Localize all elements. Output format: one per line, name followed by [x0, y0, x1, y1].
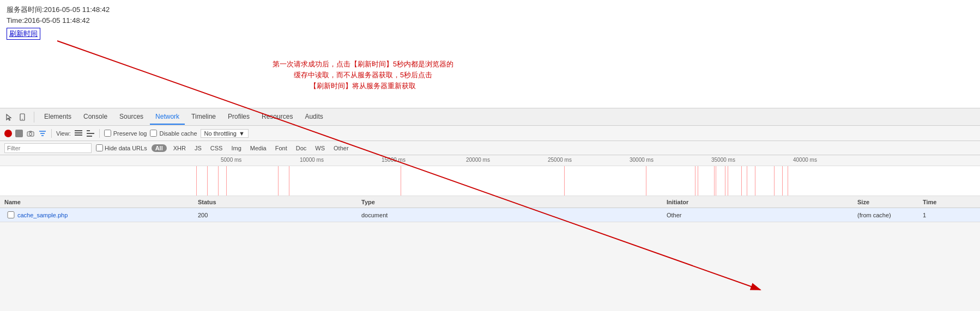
waterfall-line: [747, 166, 747, 196]
throttle-label: No throttling: [204, 130, 237, 137]
filter-input[interactable]: [4, 143, 92, 153]
ruler-label-5000: 5000 ms: [221, 157, 241, 163]
waterfall-line: [725, 166, 725, 196]
waterfall-line: [646, 166, 646, 196]
cursor-icon[interactable]: [4, 112, 14, 122]
waterfall-line: [774, 166, 775, 196]
disable-cache-checkbox[interactable]: [150, 130, 157, 137]
hide-data-urls-checkbox[interactable]: [96, 144, 103, 151]
waterfall-lines-container: [193, 166, 980, 196]
refresh-time-button[interactable]: 刷新时间: [7, 28, 40, 40]
tree-view-icon[interactable]: [86, 129, 95, 138]
filter-css[interactable]: CSS: [208, 144, 225, 152]
filter-other[interactable]: Other: [331, 144, 351, 152]
hide-data-urls-label: Hide data URLs: [105, 145, 147, 151]
tab-resources[interactable]: Resources: [256, 109, 298, 125]
ruler-marks-container: [0, 155, 980, 166]
ruler-label-30000: 30000 ms: [630, 157, 654, 163]
client-time: Time:2016-05-05 11:48:42: [7, 15, 973, 26]
mobile-icon[interactable]: [17, 112, 27, 122]
stop-button[interactable]: [15, 130, 23, 137]
tab-profiles[interactable]: Profiles: [222, 109, 255, 125]
tab-sources[interactable]: Sources: [114, 109, 149, 125]
camera-icon[interactable]: [26, 129, 35, 138]
filter-font[interactable]: Font: [273, 144, 289, 152]
disable-cache-label: Disable cache: [159, 130, 197, 137]
devtools-tab-bar: Elements Console Sources Network Timelin…: [0, 108, 980, 126]
waterfall-line: [278, 166, 279, 196]
tab-network[interactable]: Network: [150, 109, 185, 125]
waterfall-line: [196, 166, 197, 196]
waterfall-line: [698, 166, 698, 196]
row-filename: cache_sample.php: [15, 212, 193, 218]
filter-js[interactable]: JS: [192, 144, 204, 152]
network-toolbar: View: Preserve log Disable cache No thro…: [0, 126, 980, 141]
filter-doc[interactable]: Doc: [294, 144, 309, 152]
row-name-cell: cache_sample.php: [0, 211, 193, 218]
view-label: View:: [56, 130, 71, 137]
waterfall-line: [207, 166, 208, 196]
list-view-icon[interactable]: [74, 129, 83, 138]
col-header-time[interactable]: Time: [918, 199, 962, 205]
col-header-type[interactable]: Type: [357, 199, 662, 205]
ruler-label-20000: 20000 ms: [466, 157, 490, 163]
svg-rect-8: [75, 135, 82, 136]
filter-ws[interactable]: WS: [313, 144, 327, 152]
ruler-label-40000: 40000 ms: [793, 157, 817, 163]
toolbar-sep1: [51, 129, 52, 138]
row-checkbox[interactable]: [7, 211, 15, 218]
disable-cache-group: Disable cache: [150, 130, 197, 137]
filter-media[interactable]: Media: [248, 144, 269, 152]
hide-data-urls-group: Hide data URLs: [96, 144, 147, 151]
row-initiator-cell: Other: [662, 212, 853, 218]
all-filter-badge[interactable]: All: [152, 144, 167, 152]
tab-console[interactable]: Console: [78, 109, 113, 125]
filter-xhr[interactable]: XHR: [171, 144, 188, 152]
tab-elements[interactable]: Elements: [39, 109, 77, 125]
waterfall-line: [788, 166, 788, 196]
waterfall-line: [716, 166, 716, 196]
tab-audits[interactable]: Audits: [299, 109, 328, 125]
row-time-cell: 1: [918, 212, 962, 218]
waterfall-line: [401, 166, 401, 196]
server-time: 服务器时间:2016-05-05 11:48:42: [7, 4, 973, 15]
ruler-label-15000: 15000 ms: [382, 157, 406, 163]
row-size-cell: (from cache): [853, 212, 918, 218]
svg-rect-9: [87, 130, 90, 131]
waterfall-line: [564, 166, 565, 196]
col-header-initiator[interactable]: Initiator: [662, 199, 853, 205]
annotation-text: 第一次请求成功后，点击【刷新时间】5秒内都是浏览器的 缓存中读取，而不从服务器获…: [273, 59, 453, 92]
row-status-cell: 200: [193, 212, 357, 218]
filter-img[interactable]: Img: [229, 144, 243, 152]
preserve-log-group: Preserve log: [104, 130, 147, 137]
waterfall-line: [782, 166, 783, 196]
waterfall-line: [695, 166, 695, 196]
svg-point-3: [22, 119, 23, 120]
waterfall-line: [728, 166, 728, 196]
devtools-panel: Elements Console Sources Network Timelin…: [0, 108, 980, 311]
preserve-log-checkbox[interactable]: [104, 130, 111, 137]
svg-rect-11: [87, 136, 92, 137]
row-type-cell: document: [357, 212, 662, 218]
col-header-size[interactable]: Size: [853, 199, 918, 205]
ruler-label-25000: 25000 ms: [548, 157, 572, 163]
throttle-dropdown[interactable]: No throttling ▼: [201, 129, 249, 138]
top-area: 服务器时间:2016-05-05 11:48:42 Time:2016-05-0…: [0, 0, 980, 42]
waterfall-line: [714, 166, 715, 196]
filter-bar: Hide data URLs All XHR JS CSS Img Media …: [0, 141, 980, 155]
network-table-header: Name Status Type Initiator Size Time: [0, 196, 980, 208]
col-header-status[interactable]: Status: [193, 199, 357, 205]
svg-rect-7: [75, 132, 82, 133]
record-button[interactable]: [4, 130, 12, 137]
ruler-label-10000: 10000 ms: [300, 157, 324, 163]
col-header-name[interactable]: Name: [0, 199, 193, 205]
toolbar-sep2: [99, 129, 100, 138]
filter-icon[interactable]: [38, 129, 47, 138]
tab-timeline[interactable]: Timeline: [186, 109, 221, 125]
tab-separator: [34, 112, 34, 123]
table-row[interactable]: cache_sample.php 200 document Other (fro…: [0, 208, 980, 222]
timeline-ruler: 5000 ms 10000 ms 15000 ms 20000 ms 25000…: [0, 155, 980, 166]
waterfall-line: [289, 166, 289, 196]
waterfall-line: [755, 166, 755, 196]
network-waterfall: [0, 166, 980, 196]
